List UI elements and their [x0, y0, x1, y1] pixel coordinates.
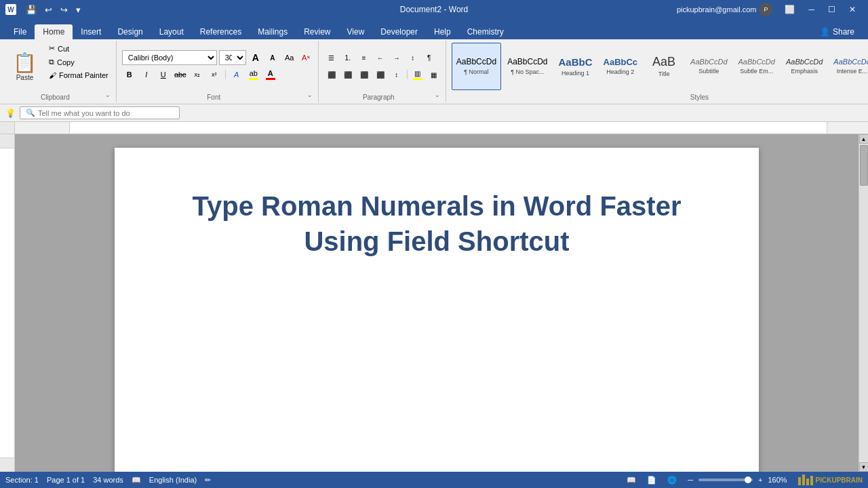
style-intense-em[interactable]: AaBbCcDd Intense E...	[829, 43, 868, 90]
bold-button[interactable]: B	[122, 67, 137, 82]
numbering-button[interactable]: 1.	[340, 50, 355, 65]
scrollbar-up-button[interactable]: ▲	[859, 134, 869, 144]
zoom-in-button[interactable]: +	[755, 474, 765, 485]
zoom-controls: ─ + 160%	[685, 474, 787, 485]
change-case-button[interactable]: Aa	[282, 50, 297, 65]
style-no-space-label: ¶ No Spac...	[511, 68, 544, 75]
strikethrough-button[interactable]: abc	[173, 67, 188, 82]
font-name-select[interactable]: Calibri (Body)	[122, 50, 217, 65]
borders-button[interactable]: ▦	[427, 67, 441, 82]
tab-developer[interactable]: Developer	[372, 24, 426, 39]
style-heading2[interactable]: AaBbCc Heading 2	[599, 43, 643, 90]
paste-button[interactable]: 📋 Paste	[7, 42, 43, 90]
multilevel-list-button[interactable]: ≡	[357, 50, 372, 65]
document-scroll-area[interactable]: Type Roman Numerals in Word Faster Using…	[15, 134, 859, 472]
subscript-button[interactable]: x₂	[190, 67, 205, 82]
tab-view[interactable]: View	[339, 24, 373, 39]
user-info: pickupbrain@gmail.com P	[677, 3, 773, 16]
line-spacing-button[interactable]: ↕	[389, 67, 404, 82]
vertical-ruler	[0, 134, 15, 472]
document-heading[interactable]: Type Roman Numerals in Word Faster Using…	[169, 188, 705, 259]
quick-access-toolbar: 💾 ↩ ↪ ▾	[23, 3, 83, 16]
style-emphasis[interactable]: AaBbCcDd Emphasis	[781, 43, 827, 90]
style-subtitle[interactable]: AaBbCcDd Subtitle	[686, 43, 732, 90]
italic-button[interactable]: I	[139, 67, 154, 82]
redo-button[interactable]: ↪	[58, 3, 71, 16]
avatar: P	[759, 3, 772, 16]
clipboard-expand-button[interactable]: ⌄	[104, 90, 112, 100]
ribbon-toggle-button[interactable]: ⬜	[778, 0, 802, 19]
maximize-button[interactable]: ☐	[821, 0, 842, 19]
superscript-button[interactable]: x²	[207, 67, 222, 82]
justify-button[interactable]: ⬛	[373, 67, 388, 82]
font-color-button[interactable]: A	[263, 67, 278, 82]
shrink-font-button[interactable]: A	[265, 50, 280, 65]
style-subtle-em-label: Subtle Em...	[740, 68, 773, 75]
minimize-button[interactable]: ─	[802, 0, 821, 19]
align-right-button[interactable]: ⬛	[357, 67, 372, 82]
zoom-out-button[interactable]: ─	[685, 474, 696, 485]
section-info: Section: 1	[5, 476, 39, 484]
grow-font-button[interactable]: A	[248, 50, 263, 65]
font-group-label: Font	[122, 92, 306, 101]
tab-insert[interactable]: Insert	[73, 24, 109, 39]
font-size-select[interactable]: 30	[219, 50, 246, 65]
paragraph-group: ☰ 1. ≡ ← → ↕ ¶ ⬛ ⬛ ⬛ ⬛ ↕ ▥	[320, 41, 446, 102]
scrollbar-thumb[interactable]	[860, 145, 868, 186]
save-button[interactable]: 💾	[23, 3, 39, 16]
read-mode-button[interactable]: 📖	[624, 474, 639, 486]
shading-button[interactable]: ▥	[410, 67, 425, 82]
tab-review[interactable]: Review	[296, 24, 338, 39]
print-layout-button[interactable]: 📄	[644, 474, 659, 486]
search-box[interactable]: 🔍	[20, 106, 180, 119]
align-center-button[interactable]: ⬛	[340, 67, 355, 82]
show-paragraph-button[interactable]: ¶	[422, 50, 437, 65]
highlight-color-button[interactable]: ab	[246, 67, 261, 82]
language-info: English (India)	[149, 476, 197, 484]
styles-gallery: AaBbCcDd ¶ Normal AaBbCcDd ¶ No Spac... …	[452, 43, 868, 90]
style-title[interactable]: AaB Title	[644, 43, 684, 90]
vertical-scrollbar[interactable]: ▲ ▼	[859, 134, 868, 472]
tab-help[interactable]: Help	[426, 24, 459, 39]
clipboard-group: 📋 Paste ✂ Cut ⧉ Copy 🖌 Format Painter C	[3, 41, 117, 102]
search-input[interactable]	[38, 109, 174, 117]
undo-button[interactable]: ↩	[42, 3, 55, 16]
quickaccess-more-button[interactable]: ▾	[73, 3, 83, 16]
clear-format-button[interactable]: A✕	[299, 50, 314, 65]
tab-design[interactable]: Design	[109, 24, 151, 39]
decrease-indent-button[interactable]: ←	[373, 50, 388, 65]
copy-button[interactable]: ⧉ Copy	[45, 56, 112, 68]
clipboard-group-label: Clipboard	[7, 92, 104, 101]
align-left-button[interactable]: ⬛	[324, 67, 339, 82]
tab-chemistry[interactable]: Chemistry	[459, 24, 512, 39]
text-effects-button[interactable]: A	[229, 67, 244, 82]
tab-file[interactable]: File	[5, 24, 35, 39]
tab-references[interactable]: References	[192, 24, 250, 39]
tab-home[interactable]: Home	[35, 24, 73, 39]
paragraph-expand-button[interactable]: ⌄	[433, 90, 441, 100]
style-no-space[interactable]: AaBbCcDd ¶ No Spac...	[502, 43, 552, 90]
title-bar: W 💾 ↩ ↪ ▾ Document2 - Word pickupbrain@g…	[0, 0, 868, 19]
search-bar: 💡 🔍	[0, 104, 868, 122]
underline-button[interactable]: U	[156, 67, 171, 82]
style-normal[interactable]: AaBbCcDd ¶ Normal	[452, 43, 501, 90]
increase-indent-button[interactable]: →	[389, 50, 404, 65]
tab-mailings[interactable]: Mailings	[250, 24, 296, 39]
cut-button[interactable]: ✂ Cut	[45, 42, 112, 55]
scrollbar-down-button[interactable]: ▼	[859, 462, 869, 472]
spell-check-icon[interactable]: 📖	[132, 476, 141, 485]
font-expand-button[interactable]: ⌄	[306, 90, 314, 100]
style-heading1[interactable]: AaBbC Heading 1	[554, 43, 597, 90]
web-layout-button[interactable]: 🌐	[665, 474, 679, 486]
style-heading2-label: Heading 2	[606, 68, 634, 75]
zoom-slider[interactable]	[698, 479, 753, 481]
bullets-button[interactable]: ☰	[324, 50, 339, 65]
format-painter-button[interactable]: 🖌 Format Painter	[45, 69, 112, 81]
tab-layout[interactable]: Layout	[151, 24, 192, 39]
close-button[interactable]: ✕	[842, 0, 863, 19]
style-subtle-em[interactable]: AaBbCcDd Subtle Em...	[734, 43, 780, 90]
style-subtitle-label: Subtitle	[698, 68, 719, 75]
clipboard-content: 📋 Paste ✂ Cut ⧉ Copy 🖌 Format Painter	[7, 42, 112, 90]
sort-button[interactable]: ↕	[406, 50, 420, 65]
share-button[interactable]: 👤 Share	[812, 24, 863, 39]
